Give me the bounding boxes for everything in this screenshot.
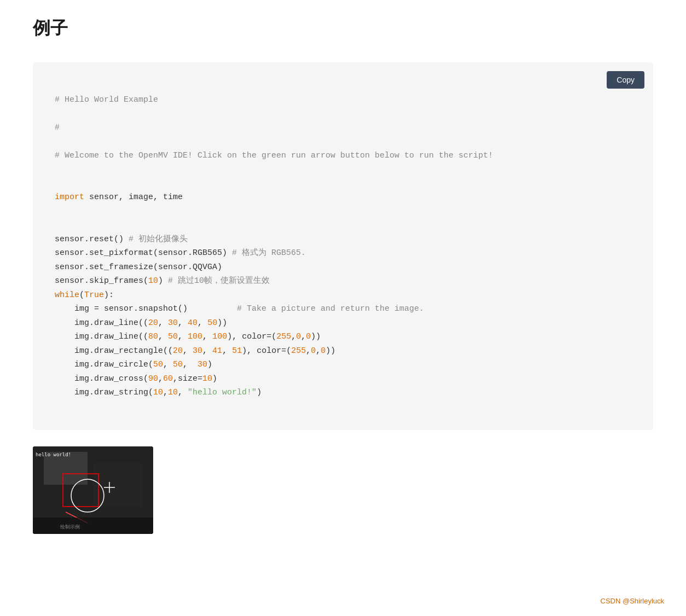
demo-image: hello world! 绘制示例	[33, 446, 153, 534]
svg-rect-3	[93, 463, 142, 507]
code-draw-string-post: )	[257, 388, 261, 397]
code-num-255b: 255	[291, 346, 306, 356]
code-num-100a: 100	[188, 332, 202, 341]
code-draw-rect-post: ))	[325, 346, 335, 356]
code-sensor-pixformat: sensor.set_pixformat(sensor.RGB565)	[55, 248, 232, 258]
code-num-0c: 0	[311, 346, 316, 356]
code-draw-circle-pre: img.draw_circle(	[55, 360, 153, 369]
code-comma-15: ,	[183, 360, 197, 369]
demo-svg: hello world! 绘制示例	[33, 446, 153, 534]
code-draw-string-pre: img.draw_string(	[55, 388, 153, 397]
code-num-50c: 50	[153, 360, 163, 369]
code-draw-line-2-mid: ), color=(	[227, 332, 276, 341]
svg-text:hello world!: hello world!	[36, 452, 71, 457]
code-sensor-framesize: sensor.set_framesize(sensor.QQVGA)	[55, 263, 222, 272]
code-block: # Hello World Example # # Welcome to the…	[55, 79, 631, 414]
code-comment-3: # Welcome to the OpenMV IDE! Click on th…	[55, 151, 493, 160]
code-paren-open: (	[79, 290, 84, 300]
code-comma-14: ,	[163, 360, 173, 369]
code-draw-cross-post: )	[212, 374, 217, 383]
svg-text:绘制示例: 绘制示例	[60, 524, 80, 530]
code-num-10d: 10	[168, 388, 178, 397]
code-num-20b: 20	[173, 346, 183, 356]
code-comment-1: # Hello World Example	[55, 95, 158, 104]
code-comma-16: ,	[158, 374, 163, 383]
code-num-90: 90	[148, 374, 158, 383]
code-comma-2a: ,	[178, 318, 188, 328]
code-draw-cross-mid: ,size=	[173, 374, 202, 383]
code-comment-2: #	[55, 123, 60, 132]
code-sensor-reset: sensor.reset()	[55, 235, 129, 244]
code-comment-snapshot: # Take a picture and return the image.	[237, 304, 424, 313]
svg-rect-10	[33, 518, 153, 534]
code-comma-13: ,	[316, 346, 321, 356]
code-num-60: 60	[163, 374, 173, 383]
code-sensor-skipframes-pre: sensor.skip_frames(	[55, 276, 148, 286]
code-draw-rect-mid: ), color=(	[242, 346, 291, 356]
code-number-10: 10	[148, 276, 158, 286]
code-comma-3a: ,	[197, 318, 207, 328]
code-comma-5: ,	[178, 332, 188, 341]
code-num-10c: 10	[153, 388, 163, 397]
code-num-10b: 10	[202, 374, 212, 383]
code-comma-1a: ,	[158, 318, 168, 328]
code-num-80: 80	[148, 332, 158, 341]
code-num-30b: 30	[193, 346, 202, 356]
code-while: while	[55, 290, 79, 300]
code-num-255a: 255	[276, 332, 291, 341]
code-draw-line-1-pre: img.draw_line((	[55, 318, 148, 328]
code-num-100b: 100	[212, 332, 227, 341]
code-comma-18: ,	[178, 388, 188, 397]
code-keyword-import: import	[55, 193, 84, 202]
code-img-snapshot: img = sensor.snapshot()	[55, 304, 237, 313]
code-comma-11: ,	[222, 346, 232, 356]
code-num-0b: 0	[306, 332, 311, 341]
code-comma-12: ,	[306, 346, 311, 356]
code-paren-close: ):	[104, 290, 114, 300]
code-num-0d: 0	[321, 346, 325, 356]
code-num-50a: 50	[207, 318, 217, 328]
code-num-20a: 20	[148, 318, 158, 328]
image-section: hello world! 绘制示例	[33, 446, 653, 534]
code-true: True	[84, 290, 104, 300]
code-draw-cross-pre: img.draw_cross(	[55, 374, 148, 383]
code-num-40a: 40	[188, 318, 197, 328]
code-draw-line-2-post: ))	[311, 332, 321, 341]
code-comment-reset: # 初始化摄像头	[129, 235, 188, 244]
code-num-51: 51	[232, 346, 242, 356]
code-num-30a: 30	[168, 318, 178, 328]
code-string-hello: "hello world!"	[188, 388, 257, 397]
code-draw-rect-pre: img.draw_rectangle((	[55, 346, 173, 356]
code-comma-17: ,	[163, 388, 168, 397]
code-draw-line-1-post: ))	[217, 318, 227, 328]
code-num-50d: 50	[173, 360, 183, 369]
code-num-30b: 30	[197, 360, 207, 369]
code-sensor-skipframes-post: )	[158, 276, 168, 286]
footer-credit: CSDN @Shirleyluck	[601, 597, 665, 605]
code-comma-10: ,	[202, 346, 212, 356]
code-comment-pixformat: # 格式为 RGB565.	[232, 248, 306, 258]
code-container: Copy # Hello World Example # # Welcome t…	[33, 62, 653, 430]
code-comma-8: ,	[301, 332, 306, 341]
code-comma-7: ,	[291, 332, 296, 341]
code-comma-9: ,	[183, 346, 193, 356]
code-comma-6: ,	[202, 332, 212, 341]
code-comment-skip: # 跳过10帧，使新设置生效	[168, 276, 270, 286]
code-draw-line-2-pre: img.draw_line((	[55, 332, 148, 341]
copy-button[interactable]: Copy	[607, 71, 644, 89]
code-num-0a: 0	[296, 332, 301, 341]
code-comma-4: ,	[158, 332, 168, 341]
code-num-41: 41	[212, 346, 222, 356]
page-title: 例子	[33, 16, 653, 40]
code-import-modules: sensor, image, time	[84, 193, 183, 202]
code-num-50b: 50	[168, 332, 178, 341]
code-draw-circle-post: )	[207, 360, 212, 369]
